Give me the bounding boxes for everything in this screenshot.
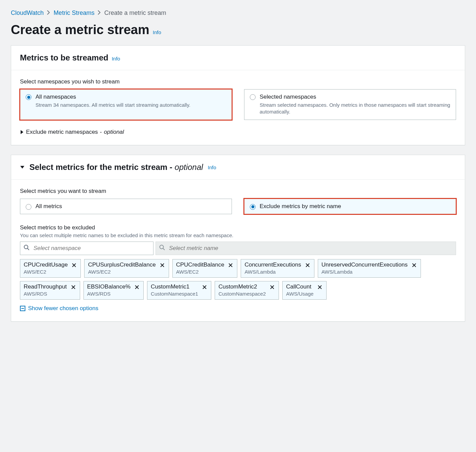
close-icon[interactable] [201,284,208,291]
namespace-search-input[interactable] [33,245,150,252]
metric-chip: CustomMetric2CustomNamespace2 [215,281,279,300]
breadcrumb-cloudwatch[interactable]: CloudWatch [11,9,44,17]
metric-chip: UnreservedConcurrentExecutionsAWS/Lambda [318,259,421,278]
search-icon [24,245,29,252]
exclude-title: Select metrics to be excluded [20,224,456,231]
exclude-desc: You can select multiple metric names to … [20,232,456,238]
chip-metric-name: EBSIOBalance% [87,283,131,290]
chip-namespace: AWS/Lambda [322,269,408,275]
page-title-text: Create a metric stream [11,23,149,37]
chip-namespace: AWS/EC2 [88,269,156,275]
metrics-radio-group: All metrics Exclude metrics by metric na… [20,199,456,214]
chip-metric-name: CPUSurplusCreditBalance [88,261,156,268]
chip-metric-name: ReadThroughput [24,283,67,290]
caret-right-icon [20,130,24,134]
radio-selected-title: Selected namespaces [260,94,450,100]
panel-body: Select metrics you want to stream All me… [11,180,465,321]
chip-namespace: AWS/Usage [286,291,313,297]
close-icon[interactable] [159,262,165,269]
optional-label: optional [104,129,124,135]
chip-metric-name: CPUCreditUsage [24,261,68,268]
chip-metric-name: UnreservedConcurrentExecutions [322,261,408,268]
chip-namespace: AWS/EC2 [24,269,68,275]
panel-body: Select namespaces you wish to stream All… [11,70,465,145]
radio-all-title: All namespaces [35,94,190,100]
panel-info-link[interactable]: Info [208,165,216,170]
chip-metric-name: ConcurrentExecutions [244,261,301,268]
svg-point-2 [24,245,28,249]
exclude-namespaces-toggle[interactable]: Exclude metric namespaces - optional [20,129,456,135]
svg-marker-1 [20,166,24,169]
caret-down-icon[interactable] [20,165,25,169]
chip-metric-name: CPUCreditBalance [176,261,224,268]
exclude-namespaces-label: Exclude metric namespaces [26,129,98,135]
page-title: Create a metric stream Info [11,23,465,37]
metric-chip: ConcurrentExecutionsAWS/Lambda [241,259,314,278]
close-icon[interactable] [134,284,140,291]
panel-title: Select metrics for the metric stream - o… [29,162,203,172]
page-info-link[interactable]: Info [153,29,161,35]
panel-select-metrics: Select metrics for the metric stream - o… [11,155,465,322]
radio-all-namespaces[interactable]: All namespaces Stream 34 namespaces. All… [20,89,232,120]
search-icon [159,245,165,252]
excluded-metric-chips: CPUCreditUsageAWS/EC2CPUSurplusCreditBal… [20,259,456,300]
radio-dot-icon [26,204,31,210]
panel-info-link[interactable]: Info [112,56,120,61]
radio-dot-icon [250,204,256,210]
chip-namespace: CustomNamespace2 [218,291,266,297]
radio-dot-icon [26,94,31,100]
show-fewer-label: Show fewer chosen options [28,305,98,312]
close-icon[interactable] [70,284,76,291]
close-icon[interactable] [228,262,234,269]
svg-marker-0 [21,130,23,134]
panel-title: Metrics to be streamed [20,53,108,62]
namespace-search[interactable] [20,242,153,255]
chip-namespace: AWS/EC2 [176,269,224,275]
radio-all-metrics[interactable]: All metrics [20,199,232,214]
radio-all-metrics-label: All metrics [35,203,62,210]
close-icon[interactable] [269,284,275,291]
metric-chip: CPUSurplusCreditBalanceAWS/EC2 [84,259,169,278]
chip-namespace: AWS/Lambda [244,269,301,275]
chevron-right-icon [47,10,50,16]
close-icon[interactable] [305,262,311,269]
namespace-radio-group: All namespaces Stream 34 namespaces. All… [20,89,456,120]
select-namespaces-label: Select namespaces you wish to stream [20,78,456,85]
show-fewer-link[interactable]: Show fewer chosen options [20,305,98,312]
radio-exclude-metrics[interactable]: Exclude metrics by metric name [244,199,456,214]
panel-header: Metrics to be streamed Info [11,46,465,70]
svg-line-5 [163,248,165,250]
chip-namespace: AWS/RDS [24,291,67,297]
breadcrumb-current: Create a metric stream [104,9,166,17]
chip-metric-name: CallCount [286,283,313,290]
panel-metrics-to-stream: Metrics to be streamed Info Select names… [11,45,465,145]
svg-point-4 [160,245,164,249]
chip-metric-name: CustomMetric2 [218,283,266,290]
metric-name-search-input[interactable] [168,245,452,252]
metric-chip: EBSIOBalance%AWS/RDS [84,281,144,300]
metric-name-search[interactable] [156,242,456,255]
chevron-right-icon [98,10,101,16]
optional-label: optional [175,162,203,172]
radio-exclude-metrics-label: Exclude metrics by metric name [260,203,341,210]
svg-line-3 [27,248,29,250]
close-icon[interactable] [411,262,417,269]
metric-chip: CustomMetric1CustomNamespace1 [147,281,211,300]
radio-selected-desc: Stream selected namespaces. Only metrics… [260,102,450,115]
radio-dot-icon [250,94,256,100]
chip-namespace: AWS/RDS [87,291,131,297]
close-icon[interactable] [71,262,77,269]
breadcrumb: CloudWatch Metric Streams Create a metri… [11,9,465,17]
panel-header: Select metrics for the metric stream - o… [11,155,465,180]
close-icon[interactable] [317,284,323,291]
select-metrics-label: Select metrics you want to stream [20,188,456,195]
metric-chip: CPUCreditUsageAWS/EC2 [20,259,81,278]
metric-chip: ReadThroughputAWS/RDS [20,281,80,300]
radio-selected-namespaces[interactable]: Selected namespaces Stream selected name… [244,89,456,120]
radio-all-desc: Stream 34 namespaces. All metrics will s… [35,102,190,108]
chip-metric-name: CustomMetric1 [151,283,198,290]
breadcrumb-metric-streams[interactable]: Metric Streams [53,9,94,17]
metric-chip: CPUCreditBalanceAWS/EC2 [172,259,238,278]
exclude-metrics-section: Select metrics to be excluded You can se… [20,224,456,312]
search-row [20,242,456,255]
